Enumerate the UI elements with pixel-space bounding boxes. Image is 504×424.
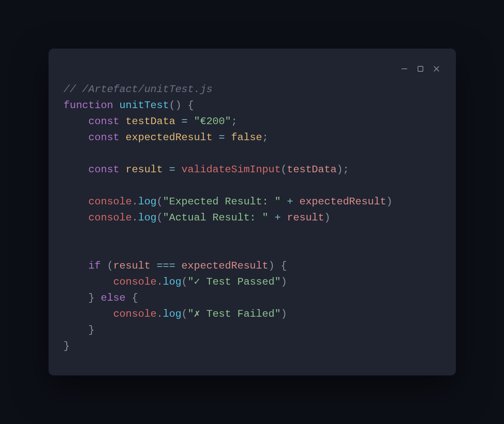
ref-expectedResult: expectedResult [182,260,268,272]
keyword-const: const [88,164,119,175]
identifier-result: result [126,164,163,175]
identifier-testData: testData [126,116,176,127]
keyword-const: const [88,132,119,143]
arg-testData: testData [287,164,337,175]
object-console: console [88,212,132,223]
function-name: unitTest [119,100,169,111]
identifier-expectedResult: expectedResult [126,132,213,143]
svg-rect-1 [418,66,423,71]
window-controls [61,61,443,82]
ref-result: result [287,212,324,223]
keyword-if: if [88,260,100,272]
string-literal: "Actual Result: " [163,212,268,223]
maximize-icon[interactable] [416,65,425,73]
keyword-else: else [101,292,126,304]
object-console: console [113,308,157,320]
string-literal: "€200" [194,116,231,127]
string-literal: "✗ Test Failed" [188,308,281,320]
string-literal: "Expected Result: " [163,196,281,207]
code-window: // /Artefact/unitTest.js function unitTe… [49,49,456,375]
method-log: log [163,308,182,320]
object-console: console [88,196,132,207]
ref-result: result [113,260,150,272]
keyword-function: function [64,100,114,111]
method-log: log [138,212,157,223]
method-log: log [138,196,157,207]
code-block: // /Artefact/unitTest.js function unitTe… [61,82,443,354]
ref-expectedResult: expectedResult [299,196,386,207]
method-log: log [163,276,182,288]
code-comment: // /Artefact/unitTest.js [64,84,213,95]
keyword-const: const [88,116,119,127]
object-console: console [113,276,157,288]
function-call-validateSimInput: validateSimInput [182,164,281,175]
close-icon[interactable] [432,65,441,73]
minimize-icon[interactable] [400,65,409,73]
string-literal: "✓ Test Passed" [188,276,281,288]
boolean-false: false [231,132,262,143]
